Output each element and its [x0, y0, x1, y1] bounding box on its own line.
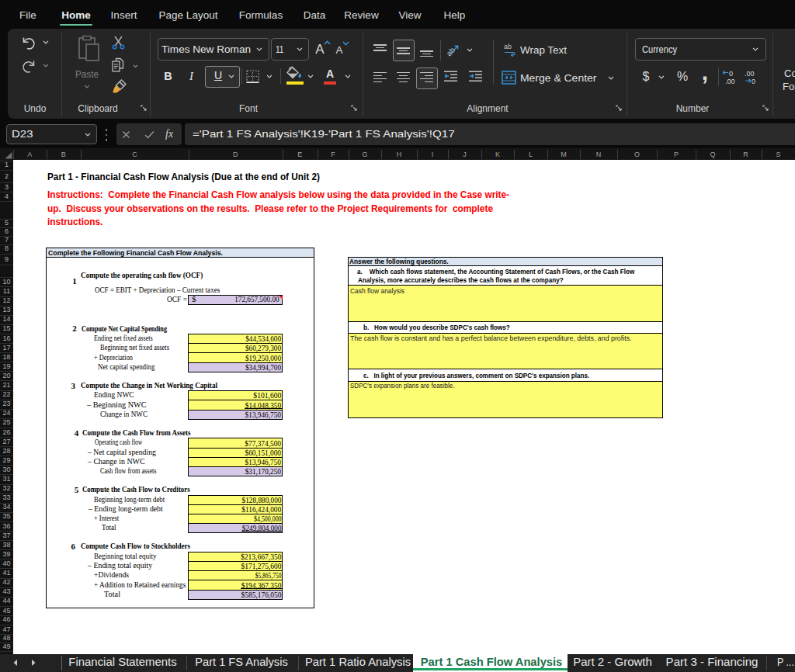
svg-text:ab: ab	[504, 43, 512, 50]
svg-text:0: 0	[729, 70, 733, 78]
svg-text:ab: ab	[446, 45, 457, 57]
svg-text:0: 0	[752, 78, 755, 85]
svg-text:.00: .00	[745, 70, 755, 78]
svg-text:.00: .00	[725, 78, 735, 85]
